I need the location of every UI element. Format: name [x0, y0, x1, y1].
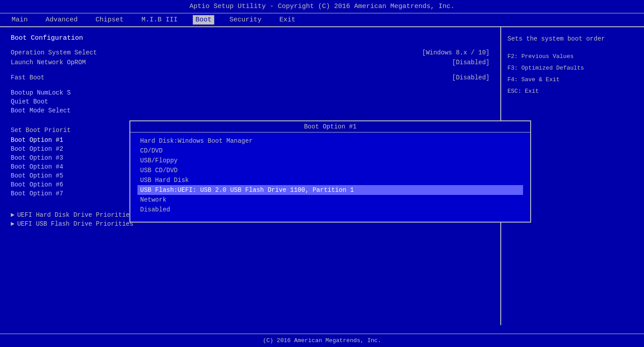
fast-boot-label: Fast Boot: [11, 74, 45, 81]
popup-item-7[interactable]: Disabled: [137, 205, 523, 215]
os-select-row: Operation System Select [Windows 8.x / 1…: [11, 49, 490, 56]
bootup-numlock-label: Bootup NumLock S: [11, 89, 71, 96]
quiet-boot-row: Quiet Boot: [11, 98, 490, 105]
shortcut-list: F2: Previous Values F3: Optimized Defaul…: [507, 51, 638, 97]
menu-item-boot[interactable]: Boot: [193, 15, 214, 25]
menu-item-main[interactable]: Main: [9, 15, 30, 25]
menu-item-chipset[interactable]: Chipset: [93, 15, 126, 25]
popup-item-0[interactable]: Hard Disk:Windows Boot Manager: [137, 136, 523, 146]
os-select-value[interactable]: [Windows 8.x / 10]: [422, 49, 490, 56]
title-bar: Aptio Setup Utility - Copyright (C) 2016…: [0, 0, 644, 13]
menu-item-exit[interactable]: Exit: [277, 15, 298, 25]
shortcut-esc: ESC: Exit: [507, 86, 638, 97]
popup-item-1[interactable]: CD/DVD: [137, 146, 523, 156]
shortcut-f4: F4: Save & Exit: [507, 74, 638, 86]
popup-item-4[interactable]: USB Hard Disk: [137, 175, 523, 185]
uefi-hdd-arrow-icon: ►: [11, 211, 14, 219]
boot-option-5-label: Boot Option #5: [11, 172, 63, 179]
fast-boot-value[interactable]: [Disabled]: [452, 74, 490, 81]
popup-items-list: Hard Disk:Windows Boot Manager CD/DVD US…: [130, 132, 530, 222]
network-oprom-label: Launch Network OpROM: [11, 59, 86, 66]
boot-option-7-label: Boot Option #7: [11, 190, 63, 197]
shortcut-f3-key: F3:: [507, 65, 518, 71]
popup-item-6[interactable]: Network: [137, 195, 523, 205]
menu-bar: Main Advanced Chipset M.I.B III Boot Sec…: [0, 13, 644, 27]
fast-boot-row: Fast Boot [Disabled]: [11, 74, 490, 81]
popup-item-5[interactable]: USB Flash:UEFI: USB 2.0 USB Flash Drive …: [137, 185, 523, 195]
menu-item-security[interactable]: Security: [227, 15, 264, 25]
network-oprom-value[interactable]: [Disabled]: [452, 59, 490, 66]
popup-item-3[interactable]: USB CD/DVD: [137, 165, 523, 175]
quiet-boot-label: Quiet Boot: [11, 98, 48, 105]
boot-option-4-label: Boot Option #4: [11, 163, 63, 170]
bootup-numlock-row: Bootup NumLock S: [11, 89, 490, 96]
shortcut-f2-desc: Previous Values: [521, 53, 573, 60]
boot-mode-label: Boot Mode Select: [11, 107, 71, 114]
uefi-hdd-label: UEFI Hard Disk Drive Priorities: [17, 211, 133, 219]
network-oprom-row: Launch Network OpROM [Disabled]: [11, 59, 490, 66]
boot-mode-row: Boot Mode Select: [11, 107, 490, 114]
popup-title-text: Boot Option #1: [304, 123, 357, 130]
shortcut-f2: F2: Previous Values: [507, 51, 638, 62]
popup-dialog: Boot Option #1 Hard Disk:Windows Boot Ma…: [129, 120, 531, 223]
help-text: Sets the system boot order: [507, 34, 638, 44]
title-text: Aptio Setup Utility - Copyright (C) 2016…: [189, 3, 454, 10]
menu-item-mib[interactable]: M.I.B III: [139, 15, 180, 25]
boot-option-2-label: Boot Option #2: [11, 145, 63, 153]
shortcut-f4-key: F4:: [507, 76, 518, 83]
bottom-bar-text: (C) 2016 American Megatrends, Inc.: [263, 337, 381, 344]
os-select-label: Operation System Select: [11, 49, 97, 56]
menu-item-advanced[interactable]: Advanced: [43, 15, 80, 25]
bottom-bar: (C) 2016 American Megatrends, Inc.: [0, 334, 644, 347]
shortcut-f3: F3: Optimized Defaults: [507, 62, 638, 74]
popup-title-bar: Boot Option #1: [130, 121, 530, 132]
shortcut-esc-key: ESC:: [507, 88, 521, 95]
boot-option-3-label: Boot Option #3: [11, 154, 63, 161]
uefi-usb-arrow-icon: ►: [11, 220, 14, 227]
shortcut-f4-desc: Save & Exit: [521, 76, 560, 83]
shortcut-esc-desc: Exit: [525, 88, 539, 95]
shortcut-f3-desc: Optimized Defaults: [521, 65, 584, 71]
section-title: Boot Configuration: [11, 34, 490, 42]
popup-item-2[interactable]: USB/Floppy: [137, 156, 523, 165]
shortcut-f2-key: F2:: [507, 53, 518, 60]
uefi-usb-label: UEFI USB Flash Drive Priorities: [17, 220, 133, 227]
boot-option-1-label: Boot Option #1: [11, 136, 63, 144]
boot-option-6-label: Boot Option #6: [11, 181, 63, 188]
